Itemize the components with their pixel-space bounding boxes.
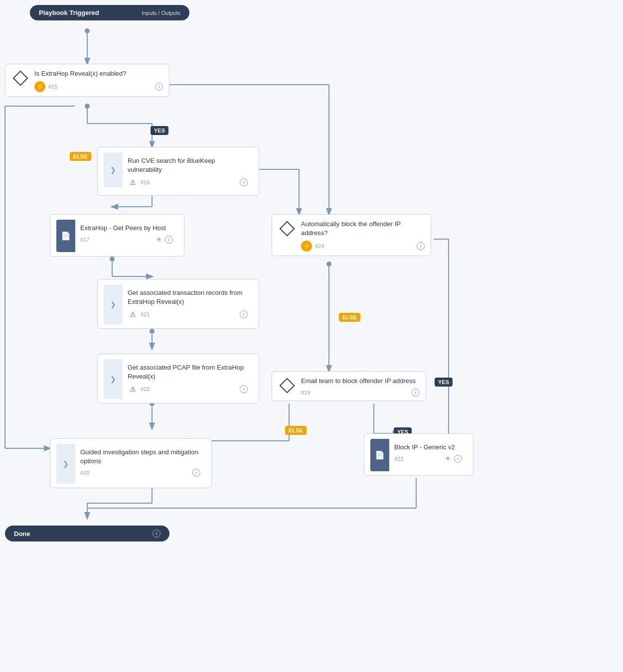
node-19-id: #19 <box>301 390 310 396</box>
else-badge-2: ELSE <box>339 313 360 322</box>
node-22[interactable]: ❯ Get associated PCAP file from ExtraHop… <box>97 354 259 403</box>
eye-icon-17[interactable]: 👁 <box>156 236 162 243</box>
lightning-icon-24: ⚡ <box>301 241 312 252</box>
connector-dot <box>326 262 331 267</box>
else-badge-1: ELSE <box>70 152 91 161</box>
chevron-icon-22: ❯ <box>110 375 116 383</box>
trigger-node[interactable]: Playbook Triggered Inputs / Outputs <box>30 5 189 20</box>
done-label: Done <box>14 530 30 538</box>
connector-dot <box>110 257 115 262</box>
info-icon-19[interactable]: i <box>412 389 420 397</box>
node-24-id: #24 <box>315 243 324 249</box>
node-20-title: Guided investigation steps and mitigatio… <box>80 448 200 466</box>
node-17-title: ExtraHop - Get Peers by Host <box>80 224 173 233</box>
inputs-outputs-label[interactable]: Inputs / Outputs <box>142 10 180 16</box>
chevron-icon-20: ❯ <box>63 460 69 468</box>
warn-icon-16: ⚠ <box>128 177 138 187</box>
node-15[interactable]: Is ExtraHop Reveal(x) enabled? ⚡ #15 i <box>5 64 169 97</box>
node-19-title: Email team to block offender IP address <box>301 377 420 386</box>
chevron-icon-16: ❯ <box>110 166 116 174</box>
node-23-icon-strip: 📄 <box>370 439 389 471</box>
info-icon-done[interactable]: i <box>153 530 160 538</box>
chevron-icon-21: ❯ <box>110 300 116 308</box>
node-21[interactable]: ❯ Get associated transaction records fro… <box>97 279 259 329</box>
node-20-icon-strip: ❯ <box>56 444 75 484</box>
diamond-icon <box>11 69 29 87</box>
node-19[interactable]: Email team to block offender IP address … <box>272 371 426 401</box>
info-icon-16[interactable]: i <box>240 178 248 186</box>
node-22-id: #22 <box>141 386 150 392</box>
node-23-id: #23 <box>394 456 403 462</box>
info-icon-21[interactable]: i <box>240 310 248 318</box>
connector-dot <box>85 104 90 109</box>
yes-badge-2: YES <box>435 378 453 387</box>
workflow-canvas: Playbook Triggered Inputs / Outputs Is E… <box>0 0 623 672</box>
yes-badge-1: YES <box>151 126 168 135</box>
node-16-icon-strip: ❯ <box>104 152 123 187</box>
info-icon-20[interactable]: i <box>192 469 200 477</box>
info-icon-24[interactable]: i <box>417 242 425 250</box>
node-21-title: Get associated transaction records from … <box>128 288 248 306</box>
else-badge-3: ELSE <box>285 426 307 435</box>
eye-icon-23[interactable]: 👁 <box>445 455 451 462</box>
node-20[interactable]: ❯ Guided investigation steps and mitigat… <box>50 438 212 488</box>
doc-icon-17: 📄 <box>61 231 71 241</box>
diamond-icon-24 <box>278 220 296 238</box>
node-21-id: #21 <box>141 311 150 317</box>
node-16-title: Run CVE search for BlueKeep vulnerabilit… <box>128 156 248 174</box>
node-15-id: #15 <box>48 84 57 90</box>
node-17-icon-strip: 📄 <box>56 220 75 252</box>
connector-lines <box>0 0 623 672</box>
node-23-title: Block IP - Generic v2 <box>394 443 462 452</box>
node-17-id: #17 <box>80 237 89 243</box>
node-22-title: Get associated PCAP file from ExtraHop R… <box>128 363 248 381</box>
connector-dot <box>150 329 155 334</box>
warn-icon-21: ⚠ <box>128 309 138 319</box>
node-15-title: Is ExtraHop Reveal(x) enabled? <box>34 69 163 78</box>
node-22-icon-strip: ❯ <box>104 359 123 399</box>
node-21-icon-strip: ❯ <box>104 284 123 324</box>
node-17[interactable]: 📄 ExtraHop - Get Peers by Host #17 👁 i <box>50 214 184 257</box>
info-icon-22[interactable]: i <box>240 385 248 393</box>
info-icon-17[interactable]: i <box>165 236 173 244</box>
trigger-label: Playbook Triggered <box>39 9 99 16</box>
node-24[interactable]: Automatically block the offender IP addr… <box>272 214 431 256</box>
lightning-icon: ⚡ <box>34 81 45 92</box>
warn-icon-22: ⚠ <box>128 384 138 394</box>
node-24-title: Automatically block the offender IP addr… <box>301 220 425 238</box>
info-icon-23[interactable]: i <box>454 455 462 463</box>
node-16-id: #16 <box>141 179 150 185</box>
diamond-icon-19 <box>278 377 296 395</box>
node-16[interactable]: ❯ Run CVE search for BlueKeep vulnerabil… <box>97 147 259 196</box>
done-node[interactable]: Done i <box>5 526 169 541</box>
node-23[interactable]: 📄 Block IP - Generic v2 #23 👁 i <box>364 433 473 476</box>
connector-dot <box>85 28 90 33</box>
node-20-id: #20 <box>80 470 89 476</box>
info-icon-15[interactable]: i <box>155 83 163 91</box>
doc-icon-23: 📄 <box>375 450 385 460</box>
